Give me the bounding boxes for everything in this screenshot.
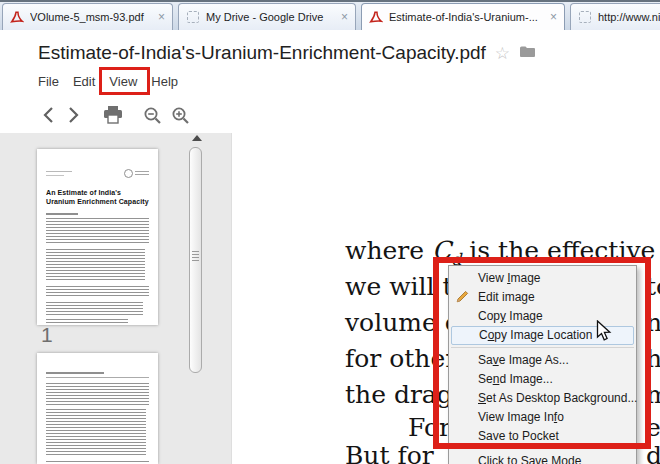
next-page-icon[interactable]: [67, 106, 80, 124]
thumb-text-block: [46, 249, 145, 282]
adobe-pdf-icon: [369, 10, 383, 24]
thumb-text-block: [46, 319, 128, 324]
pdf-text-line: But for: [345, 441, 442, 464]
thumb-rule: [46, 377, 149, 378]
mouse-cursor-icon: [596, 320, 613, 347]
zoom-out-icon[interactable]: [143, 106, 162, 125]
menu-bar-item-label: File: [38, 74, 59, 89]
page-2-thumbnail[interactable]: [37, 353, 158, 464]
star-icon[interactable]: ☆: [495, 45, 510, 62]
thumbnail-sidebar: An Estimate of India's Uranium Enrichmen…: [0, 133, 232, 464]
menu-bar-item-file[interactable]: File: [38, 72, 59, 91]
zoom-in-icon[interactable]: [171, 106, 190, 125]
thumb-text-block: [46, 286, 149, 298]
menu-item-click-to-save-mode[interactable]: Click to Save Mode: [449, 452, 636, 464]
previous-page-icon[interactable]: [42, 106, 55, 124]
thumb-header-line: [46, 175, 64, 176]
thumb-author-line: [46, 213, 78, 215]
tab-title: My Drive - Google Drive: [206, 11, 335, 23]
tab-title: VOlume-5_msm-93.pdf: [30, 11, 152, 23]
publisher-logo-icon: [124, 169, 149, 178]
print-icon[interactable]: [103, 106, 123, 124]
thumb-text-block: [46, 383, 149, 405]
adobe-pdf-icon: [10, 10, 24, 24]
page-title: Estimate-of-India's-Uranium-Enrichment-C…: [38, 42, 486, 64]
thumbnail-title: An Estimate of India's Uranium Enrichmen…: [46, 189, 150, 206]
thumb-header-line: [46, 171, 72, 172]
browser-tab[interactable]: Estimate-of-India's-Uranium-...×: [361, 3, 565, 30]
thumb-text-block: [46, 218, 149, 244]
blank-page-icon: [578, 10, 592, 24]
tab-close-icon[interactable]: ×: [341, 11, 348, 23]
annotation-rect-view-menu: [99, 67, 150, 95]
menu-bar: FileEditViewHelp: [38, 72, 178, 91]
tab-close-icon[interactable]: ×: [550, 11, 557, 23]
page-number-label: 1: [41, 323, 53, 347]
menu-bar-item-label: Help: [151, 74, 178, 89]
viewer-header: Estimate-of-India's-Uranium-Enrichment-C…: [38, 42, 536, 64]
menu-bar-item-label: Edit: [73, 74, 95, 89]
menu-bar-item-help[interactable]: Help: [151, 72, 178, 91]
browser-window: VOlume-5_msm-93.pdf×My Drive - Google Dr…: [0, 0, 660, 464]
menu-bar-item-view[interactable]: View: [109, 72, 137, 91]
menu-bar-item-edit[interactable]: Edit: [73, 72, 95, 91]
blank-page-icon: [186, 10, 200, 24]
browser-tab[interactable]: http://www.nif...kar: [570, 3, 660, 30]
browser-tab[interactable]: My Drive - Google Drive×: [178, 3, 356, 30]
browser-tab[interactable]: VOlume-5_msm-93.pdf×: [2, 3, 173, 30]
scroll-up-icon[interactable]: [192, 135, 202, 141]
tab-close-icon[interactable]: ×: [158, 11, 165, 23]
tab-title: http://www.nif...kar: [598, 11, 660, 23]
page-1-thumbnail[interactable]: An Estimate of India's Uranium Enrichmen…: [37, 149, 158, 325]
thumb-text-block: [46, 302, 143, 316]
sidebar-scrollbar[interactable]: [189, 147, 202, 373]
annotation-rect-context-menu: [433, 257, 651, 449]
viewer-toolbar: [42, 104, 190, 126]
tab-bar: VOlume-5_msm-93.pdf×My Drive - Google Dr…: [0, 0, 660, 30]
folder-icon[interactable]: [519, 44, 536, 62]
thumb-header-line: [46, 372, 104, 374]
thumb-text-block: [46, 409, 146, 457]
tab-title: Estimate-of-India's-Uranium-...: [389, 11, 544, 23]
